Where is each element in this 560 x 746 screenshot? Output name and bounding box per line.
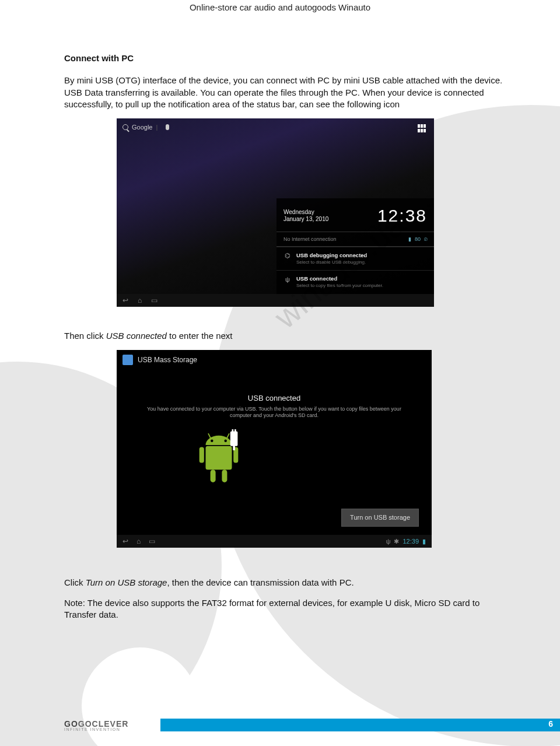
status-time: 12:39 [402,537,419,546]
search-icon [123,124,128,130]
apps-grid-icon[interactable] [418,124,426,132]
connection-row[interactable]: No Internet connection ▮ 80 ⎚ [276,232,434,247]
battery-icon: ▮ [408,236,411,243]
content-area: Connect with PC By mini USB (OTG) interf… [64,52,508,629]
settings-icon[interactable]: ⎚ [424,236,427,243]
home-icon[interactable]: ⌂ [136,537,141,546]
screenshot-notification-panel: Google | Wednesday January 13, 2010 12:3… [117,118,434,307]
screenshot-usb-storage: USB Mass Storage USB connected You have … [117,350,432,548]
mid-paragraph: Then click USB connected to enter the ne… [64,330,508,342]
svg-rect-12 [233,445,235,450]
svg-rect-8 [222,470,227,483]
recent-icon[interactable]: ▭ [151,296,158,305]
back-icon[interactable]: ↩ [123,537,128,546]
svg-rect-5 [200,447,204,463]
notification-usb-connected[interactable]: ψ USB connected Select to copy files to/… [276,270,434,294]
svg-rect-10 [232,429,234,432]
android-search-bar[interactable]: Google | [123,123,169,132]
android-robot-icon [192,429,245,493]
usb-window-title: USB Mass Storage [117,350,432,370]
intro-paragraph: By mini USB (OTG) interface of the devic… [64,75,508,110]
panel-clock: 12:38 [377,204,427,228]
note-paragraph: Note: The device also supports the FAT32… [64,597,508,621]
android-navbar: ↩ ⌂ ▭ [117,294,434,307]
sd-icon [123,355,133,365]
svg-rect-7 [211,470,216,483]
section-title: Connect with PC [64,52,508,64]
debug-icon: ✱ [394,537,399,546]
page-footer: GOGOCLEVER INFINITE INVENTION 6 [64,715,560,736]
recent-icon[interactable]: ▭ [149,537,155,546]
usb-heading: USB connected [117,393,432,404]
click-paragraph: Click Turn on USB storage, then the devi… [64,577,508,589]
mic-icon [166,124,169,130]
page-header: Online-store car audio and autogoods Win… [0,2,560,12]
usb-subtext: You have connected to your computer via … [146,406,402,419]
svg-rect-11 [235,429,236,432]
usb-icon: ψ [386,537,391,546]
notification-panel: Wednesday January 13, 2010 12:38 No Inte… [276,198,434,294]
battery-icon: ▮ [422,537,426,546]
panel-date: Wednesday January 13, 2010 [284,209,328,223]
svg-rect-9 [230,432,238,446]
svg-rect-4 [206,446,232,470]
turn-on-usb-button[interactable]: Turn on USB storage [341,509,419,527]
footer-bar: 6 [160,719,560,731]
notification-usb-debugging[interactable]: ⌬ USB debugging connected Select to disa… [276,247,434,271]
bug-icon: ⌬ [284,252,292,260]
svg-point-1 [224,440,227,443]
brand-logo: GOGOCLEVER INFINITE INVENTION [64,719,160,731]
usb-icon: ψ [284,275,292,283]
svg-line-2 [208,433,211,439]
page-number: 6 [548,719,553,729]
search-label: Google [132,123,152,132]
back-icon[interactable]: ↩ [123,296,128,305]
svg-line-3 [227,433,230,439]
android-navbar: ↩ ⌂ ▭ ψ ✱ 12:39 ▮ [117,535,432,548]
svg-point-0 [211,440,214,443]
home-icon[interactable]: ⌂ [138,296,142,305]
